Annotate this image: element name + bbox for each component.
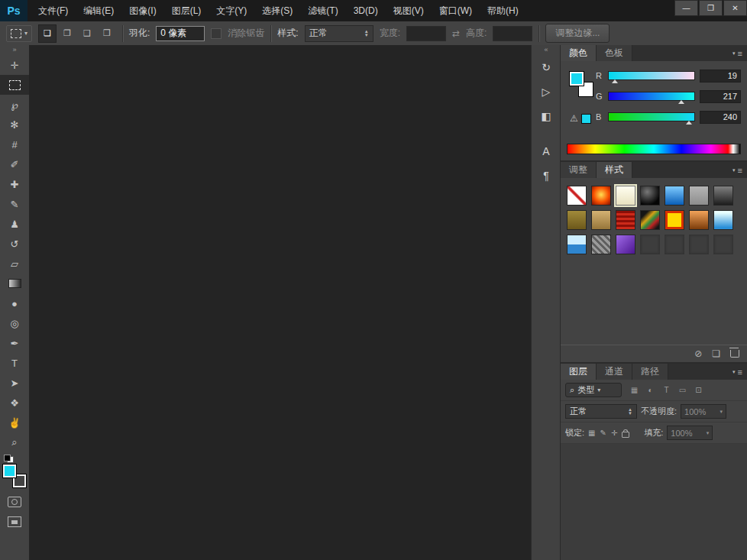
tool-preset-picker[interactable]: ▾ [6, 25, 32, 42]
paragraph-panel-button[interactable]: ¶ [535, 166, 557, 186]
style-swatch-selected[interactable] [616, 186, 635, 206]
subtract-from-selection-button[interactable]: ❑ [78, 24, 96, 43]
lock-position-icon[interactable]: ✛ [611, 429, 617, 437]
rectangular-marquee-tool[interactable] [0, 75, 29, 95]
feather-input[interactable]: 0 像素 [156, 26, 205, 41]
brush-tool[interactable]: ✎ [0, 194, 29, 214]
layers-list-empty[interactable] [561, 444, 747, 560]
menu-window[interactable]: 窗口(W) [432, 0, 480, 21]
menu-select[interactable]: 选择(S) [254, 0, 300, 21]
lock-all-icon[interactable] [622, 432, 629, 438]
tab-color[interactable]: 颜色 [561, 45, 597, 61]
style-swatch[interactable] [591, 235, 611, 254]
blend-mode-dropdown[interactable]: 正常 ▲▼ [565, 404, 637, 419]
properties-panel-button[interactable]: ◧ [535, 106, 557, 126]
menu-3d[interactable]: 3D(D) [346, 0, 386, 21]
close-button[interactable]: ✕ [723, 0, 747, 16]
refine-edge-button[interactable]: 调整边缘... [545, 24, 610, 43]
filter-adjustment-layers-icon[interactable]: ◐ [644, 384, 657, 397]
tab-layers[interactable]: 图层 [561, 364, 597, 380]
style-swatch[interactable] [689, 186, 709, 206]
green-slider[interactable] [608, 92, 695, 101]
filter-smart-objects-icon[interactable]: ⊡ [692, 384, 705, 397]
type-tool[interactable]: T [0, 353, 29, 373]
delete-style-icon[interactable] [730, 350, 739, 358]
style-swatch[interactable] [616, 235, 635, 254]
filter-shape-layers-icon[interactable]: ▭ [676, 384, 689, 397]
red-slider[interactable] [608, 71, 695, 80]
tab-styles[interactable]: 样式 [597, 162, 632, 178]
healing-brush-tool[interactable]: ✚ [0, 174, 29, 194]
new-selection-button[interactable]: ❏ [38, 24, 57, 43]
style-swatch[interactable] [640, 210, 660, 230]
style-swatch[interactable] [689, 210, 709, 230]
menu-filter[interactable]: 滤镜(T) [300, 0, 345, 21]
layers-panel-menu-button[interactable]: ▾≡ [732, 364, 747, 380]
style-swatch[interactable] [591, 186, 611, 206]
filter-type-layers-icon[interactable]: T [660, 384, 673, 397]
menu-edit[interactable]: 编辑(E) [76, 0, 121, 21]
style-swatch[interactable] [713, 186, 733, 206]
quick-mask-button[interactable] [8, 497, 21, 507]
red-value-input[interactable]: 19 [700, 70, 741, 83]
foreground-color-swatch[interactable] [3, 465, 16, 477]
eyedropper-tool[interactable]: ✐ [0, 154, 29, 174]
menu-type[interactable]: 文字(Y) [209, 0, 254, 21]
lock-transparent-pixels-icon[interactable]: ▦ [588, 429, 595, 437]
eraser-tool[interactable]: ▱ [0, 254, 29, 274]
antialias-checkbox[interactable] [211, 28, 222, 39]
color-panel-menu-button[interactable]: ▾≡ [732, 45, 747, 61]
menu-view[interactable]: 视图(V) [386, 0, 432, 21]
history-panel-button[interactable]: ↻ [535, 57, 557, 77]
quick-selection-tool[interactable]: ✻ [0, 115, 29, 134]
foreground-color-swatch[interactable] [570, 72, 584, 86]
custom-shape-tool[interactable]: ❖ [0, 393, 29, 413]
maximize-button[interactable]: ❐ [699, 0, 723, 16]
default-colors-icon[interactable] [4, 455, 14, 463]
hand-tool[interactable]: ✌ [0, 413, 29, 432]
clone-stamp-tool[interactable]: ♟ [0, 214, 29, 234]
style-slot-empty[interactable] [665, 235, 684, 254]
layer-filter-dropdown[interactable]: ⌕ 类型 ▾ [565, 383, 622, 397]
style-swatch[interactable] [640, 186, 660, 206]
style-slot-empty[interactable] [713, 235, 733, 254]
red-slider-thumb[interactable] [612, 79, 618, 83]
gamut-color-swatch[interactable] [581, 114, 591, 124]
minimize-button[interactable]: — [674, 0, 698, 16]
dock-expand-icon[interactable]: « [532, 45, 561, 55]
swap-width-height-icon[interactable]: ⇄ [452, 28, 460, 39]
path-selection-tool[interactable]: ➤ [0, 373, 29, 393]
style-swatch[interactable] [616, 210, 635, 230]
tab-channels[interactable]: 通道 [597, 364, 632, 380]
new-style-icon[interactable]: ❏ [712, 348, 720, 359]
fill-dropdown[interactable]: 100% ▾ [667, 426, 713, 440]
tab-swatches[interactable]: 色板 [597, 45, 632, 61]
blue-slider-thumb[interactable] [686, 121, 692, 125]
style-swatch[interactable] [567, 210, 587, 230]
style-dropdown[interactable]: 正常 ▲▼ [305, 25, 374, 42]
dodge-tool[interactable]: ◎ [0, 313, 29, 333]
gradient-tool[interactable] [0, 274, 29, 293]
style-swatch[interactable] [665, 186, 684, 206]
actions-panel-button[interactable]: ▷ [535, 82, 557, 102]
color-spectrum-ramp[interactable] [567, 144, 741, 154]
zoom-tool[interactable]: ⌕ [0, 432, 29, 452]
height-input[interactable] [493, 26, 532, 41]
character-panel-button[interactable]: A [535, 141, 557, 161]
gamut-warning-icon[interactable]: ⚠ [570, 113, 578, 124]
blue-value-input[interactable]: 240 [700, 111, 741, 124]
green-value-input[interactable]: 217 [700, 90, 741, 103]
style-swatch[interactable] [591, 210, 611, 230]
style-slot-empty[interactable] [689, 235, 709, 254]
opacity-dropdown[interactable]: 100% ▾ [681, 404, 726, 419]
intersect-selection-button[interactable]: ❒ [98, 24, 116, 43]
menu-image[interactable]: 图像(I) [121, 0, 163, 21]
style-swatch[interactable] [567, 235, 587, 254]
style-swatch[interactable] [713, 210, 733, 230]
history-brush-tool[interactable]: ↺ [0, 234, 29, 254]
clear-style-icon[interactable]: ⊘ [694, 348, 702, 359]
canvas[interactable] [29, 45, 532, 560]
toolbox-collapse-icon[interactable]: » [0, 45, 29, 55]
blur-tool[interactable]: ● [0, 293, 29, 313]
styles-panel-menu-button[interactable]: ▾≡ [732, 162, 747, 178]
